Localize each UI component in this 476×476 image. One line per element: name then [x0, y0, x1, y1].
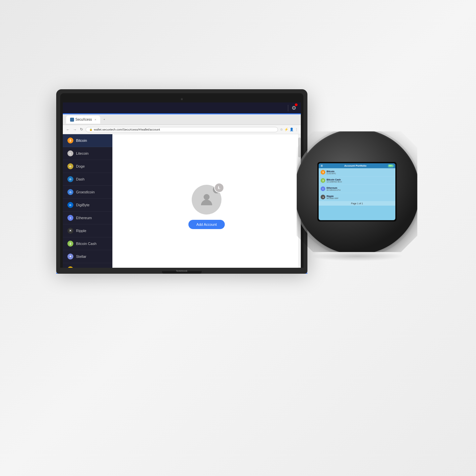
device-btc-amount: 3.153 BTC: [327, 173, 393, 175]
device-page-info: Page 1 of 1: [319, 201, 395, 206]
doge-icon: Ð: [67, 163, 73, 169]
dash-icon: D: [67, 176, 73, 182]
device-bch-name: Bitcoin Cash: [327, 178, 393, 181]
device-battery: [388, 165, 393, 167]
ethereum-icon: Ξ: [67, 215, 73, 221]
stellar-icon: ✦: [67, 254, 73, 259]
sidebar-item-bitcoin[interactable]: ₿ Bitcoin: [63, 134, 112, 147]
sidebar-item-binance[interactable]: B Binance: [63, 263, 112, 268]
main-scene: ⚙ SecuXcess × +: [56, 89, 420, 387]
groestlcoin-label: GroestIcoin: [76, 190, 95, 194]
avatar-circle: + Ł: [192, 185, 221, 215]
notification-badge: [295, 103, 298, 106]
new-tab-button[interactable]: +: [101, 117, 107, 122]
browser-window: ⚙ SecuXcess × +: [63, 102, 301, 268]
device-screen-header: ☰ Account Portfolio: [319, 163, 395, 168]
reload-button[interactable]: ↻: [79, 127, 84, 132]
sidebar-item-doge[interactable]: Ð Doge: [63, 160, 112, 173]
laptop-body: ⚙ SecuXcess × +: [56, 89, 307, 268]
device-xrp-icon: ✕: [321, 195, 325, 199]
device-bch-icon: ₿: [321, 178, 325, 183]
laptop: ⚙ SecuXcess × +: [56, 89, 307, 274]
person-icon: [198, 191, 215, 208]
sidebar-item-litecoin[interactable]: Ł Litecoin: [63, 147, 112, 160]
browser-tab[interactable]: SecuXcess ×: [66, 116, 100, 124]
add-account-button[interactable]: Add Account: [188, 220, 225, 229]
tab-label: SecuXcess: [75, 118, 92, 121]
device-btc-icon: ₿: [321, 170, 325, 175]
stellar-label: Stellar: [76, 255, 86, 258]
settings-button[interactable]: ⚙: [292, 105, 296, 111]
bitcoin-cash-icon: ₿: [67, 241, 73, 247]
hardware-wallet-device: ☰ Account Portfolio ₿ Bitcoin 3.153 BTC: [294, 129, 420, 255]
bitcoin-label: Bitcoin: [76, 139, 87, 142]
app-topbar-inner: ⚙: [67, 105, 296, 111]
tab-bar: SecuXcess × +: [66, 116, 298, 124]
doge-label: Doge: [76, 164, 85, 168]
ethereum-label: Ethereum: [76, 216, 92, 220]
device-btc-info: Bitcoin 3.153 BTC: [327, 170, 393, 175]
device-battery-tip: [392, 165, 393, 167]
device-eth-icon: Ξ: [321, 186, 325, 191]
device-coin-row-xrp[interactable]: ✕ Ripple 56.2839 XRP: [319, 193, 395, 201]
device-btc-name: Bitcoin: [327, 170, 393, 173]
app-sidebar: ₿ Bitcoin Ł Litecoin Ð Doge: [63, 134, 112, 268]
extensions-icon[interactable]: ⚡: [284, 128, 288, 131]
device-coin-row-bch[interactable]: ₿ Bitcoin Cash 12.3298432 BCH: [319, 177, 395, 185]
tab-close-icon[interactable]: ×: [95, 118, 96, 121]
sidebar-item-groestlcoin[interactable]: G GroestIcoin: [63, 186, 112, 199]
url-text: wallet.secuxtech.com/SecuXcess/#/wallet/…: [94, 128, 160, 131]
add-account-area: + Ł Add Account: [188, 185, 225, 229]
device-coin-row-eth[interactable]: Ξ Ethereum 60.585423 ETH: [319, 185, 395, 193]
address-bar[interactable]: 🔒 wallet.secuxtech.com/SecuXcess/#/walle…: [86, 127, 278, 132]
litecoin-icon: Ł: [67, 150, 73, 156]
device-xrp-info: Ripple 56.2839 XRP: [327, 195, 393, 199]
groestlcoin-icon: G: [67, 189, 73, 195]
ripple-icon: ✕: [67, 228, 73, 234]
app-layout: ₿ Bitcoin Ł Litecoin Ð Doge: [63, 134, 301, 268]
dash-label: Dash: [76, 177, 85, 181]
device-eth-name: Ethereum: [327, 187, 393, 189]
browser-chrome: SecuXcess × +: [63, 114, 301, 125]
sidebar-item-stellar[interactable]: ✦ Stellar: [63, 250, 112, 263]
laptop-label: Notebook: [176, 269, 187, 272]
digibyte-label: DigiByte: [76, 203, 90, 207]
star-icon[interactable]: ☆: [280, 128, 283, 131]
sidebar-item-bitcoin-cash[interactable]: ₿ Bitcoin Cash: [63, 237, 112, 250]
camera-bar: [63, 96, 301, 102]
sidebar-item-dash[interactable]: D Dash: [63, 173, 112, 186]
separator: [288, 105, 288, 111]
sidebar-item-ripple[interactable]: ✕ Ripple: [63, 224, 112, 237]
device-screen: ☰ Account Portfolio ₿ Bitcoin 3.153 BTC: [319, 163, 395, 220]
address-bar-row: ← → ↻ 🔒 wallet.secuxtech.com/SecuXcess/#…: [63, 125, 301, 134]
device-outer-body: ☰ Account Portfolio ₿ Bitcoin 3.153 BTC: [294, 129, 420, 255]
forward-button[interactable]: →: [72, 127, 77, 132]
device-xrp-name: Ripple: [327, 195, 393, 197]
app-topbar: ⚙: [63, 102, 301, 114]
laptop-screen-bezel: ⚙ SecuXcess × +: [60, 93, 303, 268]
svg-point-0: [204, 194, 210, 200]
sidebar-item-ethereum[interactable]: Ξ Ethereum: [63, 212, 112, 224]
lock-icon: 🔒: [89, 128, 93, 131]
laptop-camera: [181, 98, 183, 100]
device-reflection: [311, 251, 403, 261]
ripple-label: Ripple: [76, 229, 86, 233]
device-coin-row-bitcoin[interactable]: ₿ Bitcoin 3.153 BTC: [319, 168, 395, 177]
device-menu-icon: ☰: [321, 165, 323, 167]
device-xrp-amount: 56.2839 XRP: [327, 197, 393, 199]
device-screen-title: Account Portfolio: [344, 164, 366, 167]
bitcoin-icon: ₿: [67, 138, 73, 143]
litecoin-label: Litecoin: [76, 151, 89, 155]
sidebar-item-digibyte[interactable]: D DigiByte: [63, 199, 112, 212]
back-button[interactable]: ←: [65, 127, 70, 132]
profile-icon[interactable]: 👤: [290, 128, 294, 131]
device-bch-amount: 12.3298432 BCH: [327, 181, 393, 183]
device-eth-amount: 60.585423 ETH: [327, 189, 393, 191]
litecoin-badge: Ł: [214, 183, 224, 193]
device-eth-info: Ethereum 60.585423 ETH: [327, 187, 393, 191]
device-screen-bezel: ☰ Account Portfolio ₿ Bitcoin 3.153 BTC: [317, 162, 397, 221]
tab-favicon: [70, 118, 74, 122]
app-main-content: + Ł Add Account: [112, 134, 301, 268]
digibyte-icon: D: [67, 202, 73, 208]
device-battery-fill: [389, 165, 392, 167]
